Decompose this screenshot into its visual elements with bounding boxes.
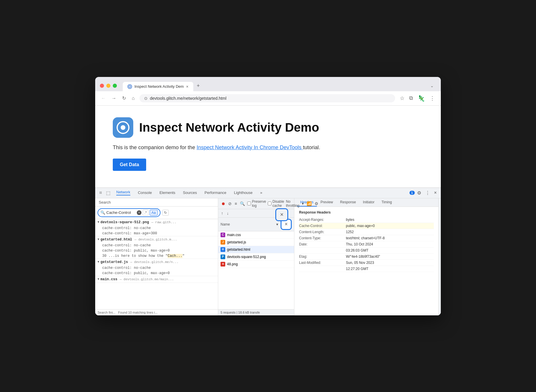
clear-network-button[interactable]: ⊘ (228, 201, 232, 207)
search-network-button[interactable]: 🔍 (239, 201, 245, 207)
search-status-text: Search fini... Found 10 matching lines i… (98, 311, 158, 314)
search-result-file[interactable]: ▼ getstarted.html — devtools.glitch.m... (95, 236, 218, 243)
response-headers-title: Response Headers (299, 209, 434, 216)
close-traffic-light[interactable] (100, 84, 104, 88)
minimize-traffic-light[interactable] (106, 84, 110, 88)
upload-button[interactable]: ↑ (221, 210, 224, 216)
menu-button[interactable]: ⋮ (429, 94, 436, 103)
regex-option-button[interactable]: .* (143, 210, 148, 216)
tab-timing[interactable]: Timing (378, 198, 395, 207)
device-icon[interactable]: ⬚ (104, 189, 112, 197)
get-data-button[interactable]: Get Data (113, 159, 146, 171)
dt-tab-sources[interactable]: Sources (180, 188, 201, 198)
search-result-group: ▼ devtools-square-512.png — raw.gith... … (95, 219, 218, 236)
url-security-icon: ⊙ (144, 96, 148, 101)
new-tab-button[interactable]: + (193, 80, 204, 91)
dt-tab-performance[interactable]: Performance (201, 188, 230, 198)
profile-button[interactable]: 🦎 (416, 94, 426, 103)
search-result-line[interactable]: cache-control: no-cache (95, 265, 218, 271)
record-button[interactable]: ⏺ (221, 201, 226, 207)
search-results: ▼ devtools-square-512.png — raw.gith... … (95, 219, 218, 309)
network-settings-button[interactable]: ⚙ (314, 201, 319, 207)
header-row-highlighted: Cache-Control: public, max-age=0 (299, 223, 434, 229)
disable-cache-checkbox[interactable] (268, 202, 272, 205)
search-result-line[interactable]: cache-control: no-cache (95, 243, 218, 248)
network-file-row[interactable]: J getstarted.js (218, 239, 294, 246)
extensions-button[interactable]: ⧉ (408, 94, 414, 102)
download-button[interactable]: ↓ (226, 210, 229, 216)
tab-preview[interactable]: Preview (317, 198, 337, 207)
search-refresh-button[interactable]: ↻ (162, 210, 169, 216)
preserve-log-checkbox[interactable] (247, 202, 251, 205)
header-value: Thu, 10 Oct 2024 (346, 242, 373, 246)
description-after: tutorial. (303, 145, 320, 150)
description-before: This is the companion demo for the (113, 145, 197, 150)
back-button[interactable]: ← (100, 94, 107, 102)
dt-tab-performance-label: Performance (204, 190, 226, 195)
headers-content: Response Headers Accept-Ranges: bytes Ca… (294, 207, 438, 315)
header-row: 03:26:03 GMT (299, 247, 434, 254)
dt-tab-console-label: Console (138, 190, 152, 195)
dt-tab-elements[interactable]: Elements (156, 188, 179, 198)
search-result-file[interactable]: ▼ getstarted.js — devtools.glitch.me/n..… (95, 259, 218, 265)
throttling-dropdown[interactable]: ▼ (301, 202, 304, 205)
header-value: 12:27:20 GMT (346, 267, 368, 271)
network-files-panel: × ⏺ ⊘ ≡ 🔍 Preserve log Disable cache No … (218, 198, 294, 315)
devtools-menu-button[interactable]: ⋮ (424, 189, 432, 197)
search-result-group: ▼ getstarted.html — devtools.glitch.m...… (95, 236, 218, 259)
search-close-highlighted-button[interactable]: × (275, 208, 288, 221)
dt-tab-lighthouse[interactable]: Lighthouse (231, 188, 256, 198)
col-dropdown-icon[interactable]: ▼ (276, 223, 279, 226)
devtools-close-button[interactable]: × (432, 189, 438, 197)
network-file-row-selected[interactable]: H getstarted.html (218, 246, 294, 253)
dt-tab-console[interactable]: Console (134, 188, 156, 198)
search-clear-button[interactable]: × (137, 210, 141, 215)
bookmark-button[interactable]: ☆ (399, 94, 406, 103)
tab-initiator[interactable]: Initiator (359, 198, 378, 207)
network-file-row[interactable]: P devtools-square-512.png (218, 253, 294, 261)
dt-tab-network-label: Network (116, 190, 130, 195)
forward-button[interactable]: → (110, 94, 117, 102)
page-content: Inspect Network Activity Demo This is th… (95, 106, 441, 188)
inspect-icon[interactable]: ⌗ (98, 189, 104, 197)
tab-close-button[interactable]: × (186, 84, 188, 89)
search-result-line[interactable]: cache-control: no-cache (95, 226, 218, 231)
dt-tab-network[interactable]: Network (113, 188, 134, 198)
search-result-file[interactable]: ▼ main.css — devtools.glitch.me/main... (95, 276, 218, 283)
reload-button[interactable]: ↻ (121, 94, 127, 102)
devtools-body: Search 🔍 × .* Aa ↻ (95, 198, 441, 315)
header-name (299, 267, 346, 271)
maximize-traffic-light[interactable] (113, 84, 117, 88)
headers-panel: Headers Preview Response Initiator Timin… (294, 198, 438, 315)
network-file-row[interactable]: ✕ 48.png (218, 261, 294, 268)
header-name: Accept-Ranges: (299, 218, 346, 222)
case-option-button[interactable]: Aa (150, 210, 158, 216)
right-scrollbar[interactable] (438, 198, 441, 315)
devtools-link[interactable]: Inspect Network Activity In Chrome DevTo… (197, 145, 303, 150)
search-input-wrapper[interactable]: 🔍 × .* Aa (98, 208, 161, 217)
network-file-row[interactable]: C main.css (218, 231, 294, 239)
search-input[interactable] (106, 210, 136, 215)
search-result-file[interactable]: ▼ devtools-square-512.png — raw.gith... (95, 219, 218, 226)
tab-dropdown-button[interactable]: ⌄ (428, 81, 436, 90)
header-row: Last-Modified: Sun, 05 Nov 2023 (299, 260, 434, 266)
search-result-line[interactable]: 30 ...is here to show how the "Cach..." (95, 253, 218, 259)
search-result-line[interactable]: cache-control: max-age=300 (95, 231, 218, 236)
settings-gear-button[interactable]: ⚙ (415, 189, 423, 197)
active-tab[interactable]: Inspect Network Activity Dem × (123, 82, 193, 91)
triangle-icon: ▼ (98, 238, 99, 241)
filename: main.css (227, 233, 241, 237)
tab-response-label: Response (340, 200, 356, 204)
dt-tab-more[interactable]: » (257, 188, 266, 198)
filter-button[interactable]: ≡ (234, 201, 238, 207)
header-value: W/"4e4-18b9f73ac40" (346, 255, 380, 259)
filename: getstarted.js (227, 240, 246, 244)
page-description: This is the companion demo for the Inspe… (113, 144, 423, 152)
url-bar[interactable]: ⊙ devtools.glitch.me/network/getstarted.… (139, 94, 395, 102)
search-result-line[interactable]: cache-control: public, max-age=0 (95, 271, 218, 276)
wifi-button[interactable]: 📶 (306, 201, 312, 207)
search-result-line[interactable]: cache-control: public, max-age=0 (95, 248, 218, 253)
header-name: Date: (299, 242, 346, 246)
home-button[interactable]: ⌂ (131, 94, 136, 102)
tab-response[interactable]: Response (337, 198, 359, 207)
